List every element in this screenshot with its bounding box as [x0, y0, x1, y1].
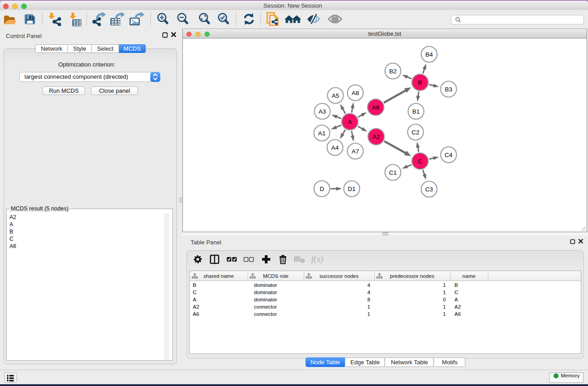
svg-text:B: B	[418, 79, 422, 86]
svg-text:A2: A2	[373, 133, 380, 140]
svg-text:B2: B2	[389, 68, 397, 75]
svg-text:C1: C1	[389, 169, 397, 176]
svg-text:C: C	[418, 158, 422, 165]
svg-text:D: D	[320, 186, 324, 192]
svg-text:A8: A8	[352, 90, 359, 96]
svg-text:A5: A5	[332, 92, 339, 99]
svg-text:A4: A4	[331, 144, 339, 151]
svg-text:B4: B4	[425, 51, 433, 58]
svg-text:C4: C4	[445, 152, 453, 158]
svg-text:D1: D1	[348, 186, 355, 192]
svg-text:B1: B1	[412, 108, 420, 115]
svg-text:A3: A3	[319, 108, 326, 115]
svg-text:B3: B3	[445, 86, 453, 93]
svg-text:C3: C3	[425, 186, 433, 193]
svg-text:A7: A7	[352, 148, 359, 155]
svg-text:A1: A1	[318, 130, 326, 137]
svg-text:A: A	[348, 119, 352, 125]
svg-text:A6: A6	[372, 104, 380, 111]
svg-text:C2: C2	[411, 129, 419, 136]
